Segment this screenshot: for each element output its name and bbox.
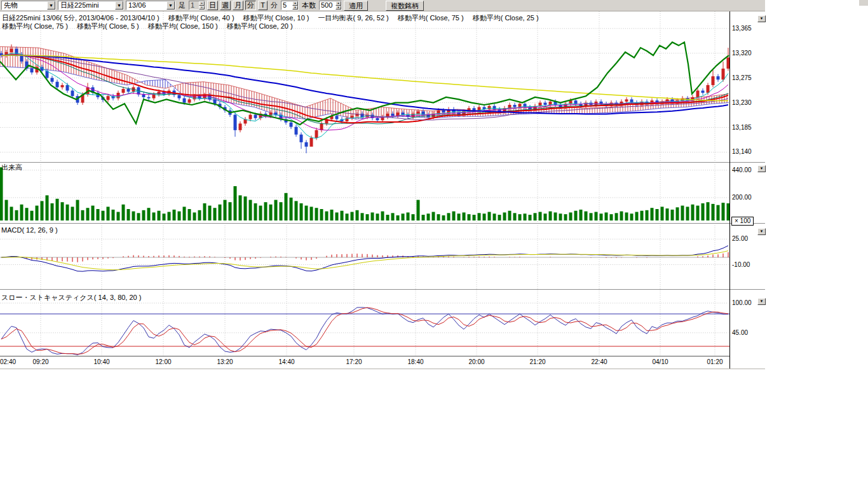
- legend-item: 日経225mini 13/06( 5分, 2013/04/06 - 2013/0…: [2, 14, 159, 22]
- price-axis-label: 13,365: [732, 25, 752, 32]
- legend-item: 移動平均( Close, 75 ): [398, 14, 464, 22]
- time-axis-label: 09:20: [31, 358, 51, 365]
- time-axis-label: 20:00: [466, 358, 487, 365]
- time-axis-label: 21:20: [527, 358, 548, 365]
- chart-area[interactable]: 日経225mini 13/06( 5分, 2013/04/06 - 2013/0…: [0, 0, 868, 488]
- legend-item: 移動平均( Close, 40 ): [168, 14, 234, 22]
- macd-panel-label: MACD( 12, 26, 9 ): [1, 226, 58, 234]
- chart-canvas[interactable]: [0, 0, 765, 370]
- panel-scroll-button[interactable]: ▼: [757, 15, 766, 22]
- window-corner: [859, 0, 868, 6]
- time-axis-label: 04/10: [650, 358, 670, 365]
- legend-item: 移動平均( Close, 150 ): [148, 22, 218, 30]
- stoch-axis-label: 45.00: [732, 329, 748, 336]
- time-axis-label: 18:40: [405, 358, 426, 365]
- volume-panel-label: 出来高: [1, 163, 22, 172]
- price-axis-label: 13,185: [732, 124, 752, 131]
- price-axis-label: 13,140: [732, 148, 752, 155]
- legend-item: 移動平均( Close, 5 ): [77, 22, 139, 30]
- macd-axis-label: 25.00: [732, 235, 748, 242]
- legend-item: 移動平均( Close, 20 ): [227, 22, 293, 30]
- legend-item: 移動平均( Close, 75 ): [2, 22, 68, 30]
- panel-scroll-button[interactable]: ▼: [757, 298, 766, 305]
- stoch-panel-label: スロー・ストキャスティクス( 14, 3, 80, 20 ): [1, 293, 141, 302]
- legend-item: 一目均衡表( 9, 26, 52 ): [318, 14, 389, 22]
- volume-axis-label: 440.00: [732, 166, 752, 173]
- price-axis-label: 13,275: [732, 74, 752, 81]
- price-axis-label: 13,320: [732, 50, 752, 57]
- time-axis-label: 17:20: [344, 358, 364, 365]
- legend-line-2: 移動平均( Close, 75 )移動平均( Close, 5 )移動平均( C…: [2, 22, 302, 31]
- trading-chart-app: 先物 ▼ 日経225mini ▼ 13/06 ▼ 足 1 ▲▼ 日 週 月 分 …: [0, 0, 868, 488]
- time-axis-label: 13:20: [215, 358, 235, 365]
- time-axis-label: 02:40: [0, 358, 16, 365]
- macd-axis-label: -10.00: [732, 261, 750, 268]
- panel-scroll-button[interactable]: ▼: [757, 165, 766, 172]
- time-axis-label: 10:40: [92, 358, 112, 365]
- legend-item: 移動平均( Close, 10 ): [243, 14, 309, 22]
- panel-scroll-button[interactable]: ▼: [757, 228, 766, 235]
- volume-axis-label: 200.00: [732, 194, 752, 201]
- stoch-axis-label: 100.00: [732, 299, 752, 306]
- volume-multiplier-badge: × 100: [731, 217, 754, 226]
- price-axis-label: 13,230: [732, 99, 752, 106]
- time-axis-label: 01:20: [705, 358, 725, 365]
- time-axis-label: 12:00: [153, 358, 173, 365]
- time-axis-label: 22:40: [589, 358, 609, 365]
- time-axis-label: 14:40: [276, 358, 297, 365]
- legend-item: 移動平均( Close, 25 ): [473, 14, 539, 22]
